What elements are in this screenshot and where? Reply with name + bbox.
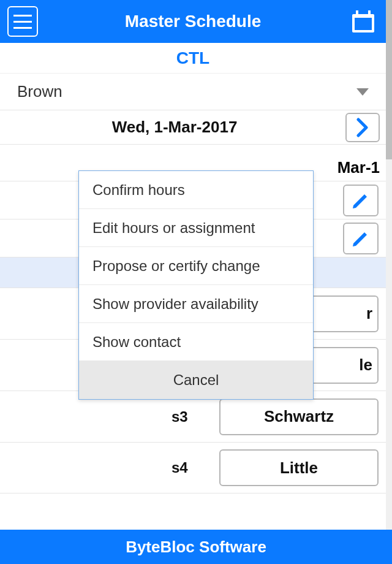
- current-date-label: Wed, 1-Mar-2017: [0, 118, 386, 137]
- svg-rect-2: [356, 10, 358, 17]
- next-day-button[interactable]: [345, 113, 380, 142]
- table-row: s4 Little: [0, 442, 386, 494]
- provider-selected-value: Brown: [17, 82, 356, 101]
- menu-item-show-availability[interactable]: Show provider availability: [79, 285, 313, 323]
- svg-rect-3: [368, 10, 371, 17]
- chevron-down-icon: [356, 88, 369, 96]
- app-footer: ByteBloc Software: [0, 530, 392, 564]
- assignment-label: le: [359, 356, 377, 375]
- menu-item-propose-change[interactable]: Propose or certify change: [79, 247, 313, 285]
- scrollbar-track[interactable]: [386, 0, 392, 530]
- calendar-icon: [350, 8, 377, 35]
- svg-rect-4: [355, 18, 372, 30]
- shift-label: s4: [172, 459, 188, 476]
- assignment-label: r: [366, 304, 377, 323]
- menu-item-show-contact[interactable]: Show contact: [79, 323, 313, 361]
- calendar-button[interactable]: [348, 6, 379, 37]
- shift-label: s3: [172, 408, 188, 425]
- assignment-label: Little: [280, 459, 318, 478]
- assignment-label: Schwartz: [264, 407, 334, 426]
- assignment-button[interactable]: Little: [219, 449, 379, 486]
- pencil-icon: [351, 191, 371, 210]
- menu-item-edit-hours[interactable]: Edit hours or assignment: [79, 209, 313, 247]
- menu-button[interactable]: [7, 6, 38, 37]
- page-title: Master Schedule: [125, 12, 262, 31]
- app-header: Master Schedule: [0, 0, 386, 43]
- chevron-right-icon: [356, 118, 369, 137]
- edit-button[interactable]: [343, 185, 379, 216]
- edit-button[interactable]: [343, 223, 379, 254]
- scrollbar-thumb[interactable]: [386, 0, 392, 159]
- column-date-label: Mar-1: [337, 158, 380, 177]
- menu-item-confirm-hours[interactable]: Confirm hours: [79, 171, 313, 209]
- assignment-button[interactable]: Schwartz: [219, 398, 379, 435]
- location-label: CTL: [0, 43, 386, 74]
- action-sheet: Confirm hours Edit hours or assignment P…: [78, 170, 314, 400]
- provider-select[interactable]: Brown: [0, 74, 386, 110]
- pencil-icon: [351, 229, 371, 248]
- cancel-button[interactable]: Cancel: [79, 361, 313, 399]
- date-navigator: Wed, 1-Mar-2017: [0, 110, 386, 145]
